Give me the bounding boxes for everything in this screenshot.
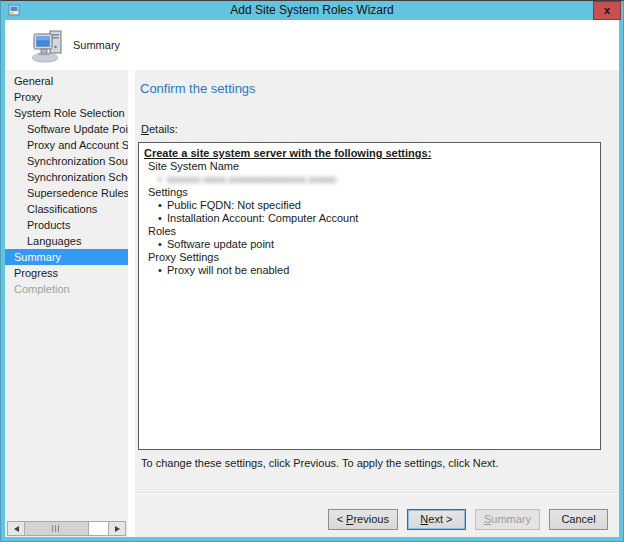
details-title: Create a site system server with the fol…: [144, 147, 592, 160]
close-button[interactable]: x: [593, 1, 621, 20]
step-completion: Completion: [5, 281, 128, 297]
step-synchronization-source[interactable]: Synchronization Source: [5, 153, 128, 169]
wizard-step-list: General Proxy System Role Selection Soft…: [5, 70, 128, 537]
cancel-button[interactable]: Cancel: [549, 509, 608, 530]
step-classifications[interactable]: Classifications: [5, 201, 128, 217]
footer-instruction: To change these settings, click Previous…: [141, 457, 498, 469]
titlebar: Add Site System Roles Wizard x: [1, 1, 623, 20]
step-software-update-point[interactable]: Software Update Point: [5, 121, 128, 137]
wizard-window: Add Site System Roles Wizard x Summary: [0, 0, 624, 542]
scroll-right-arrow-icon[interactable]: [108, 522, 125, 535]
summary-button: Summary: [475, 509, 540, 530]
next-button[interactable]: Next >: [407, 509, 466, 530]
details-label: Details:: [141, 123, 178, 135]
scrollbar-thumb[interactable]: [25, 522, 89, 535]
group-site-system-name: Site System Name: [144, 160, 592, 173]
details-summary-box: Create a site system server with the fol…: [138, 142, 601, 450]
step-progress[interactable]: Progress: [5, 265, 128, 281]
client-area: Summary General Proxy System Role Select…: [5, 20, 619, 537]
step-supersedence-rules[interactable]: Supersedence Rules: [5, 185, 128, 201]
group-settings: Settings: [144, 186, 592, 199]
step-proxy-and-account-settings[interactable]: Proxy and Account Settings: [5, 137, 128, 153]
button-separator: [135, 492, 619, 494]
group-proxy-settings: Proxy Settings: [144, 251, 592, 264]
step-products[interactable]: Products: [5, 217, 128, 233]
wizard-button-row: < Previous Next > Summary Cancel: [328, 509, 608, 530]
group-roles: Roles: [144, 225, 592, 238]
setting-installation-account: Installation Account: Computer Account: [144, 212, 592, 225]
sidebar-main-divider: [128, 70, 135, 537]
page-heading: Confirm the settings: [140, 81, 256, 96]
wizard-page-title: Summary: [73, 39, 120, 51]
window-title: Add Site System Roles Wizard: [1, 3, 623, 17]
proxy-enabled-value: Proxy will not be enabled: [144, 264, 592, 277]
role-software-update-point: Software update point: [144, 238, 592, 251]
main-panel: Confirm the settings Details: Create a s…: [135, 70, 619, 537]
step-summary[interactable]: Summary: [5, 249, 128, 265]
step-proxy[interactable]: Proxy: [5, 89, 128, 105]
step-synchronization-schedule[interactable]: Synchronization Schedule: [5, 169, 128, 185]
scroll-left-arrow-icon[interactable]: [8, 522, 25, 535]
step-general[interactable]: General: [5, 73, 128, 89]
setting-public-fqdn: Public FQDN: Not specified: [144, 199, 592, 212]
scrollbar-grip-icon: [52, 525, 61, 532]
previous-button[interactable]: < Previous: [328, 509, 398, 530]
wizard-page-header: Summary: [5, 20, 619, 70]
step-languages[interactable]: Languages: [5, 233, 128, 249]
computer-workstation-icon: [31, 27, 65, 63]
sidebar-horizontal-scrollbar[interactable]: [7, 521, 126, 536]
step-system-role-selection[interactable]: System Role Selection: [5, 105, 128, 121]
site-system-name-value-redacted: xxxxxx-xxxx.xxxxxxxxxxxxxx.xxxxx: [144, 173, 592, 186]
